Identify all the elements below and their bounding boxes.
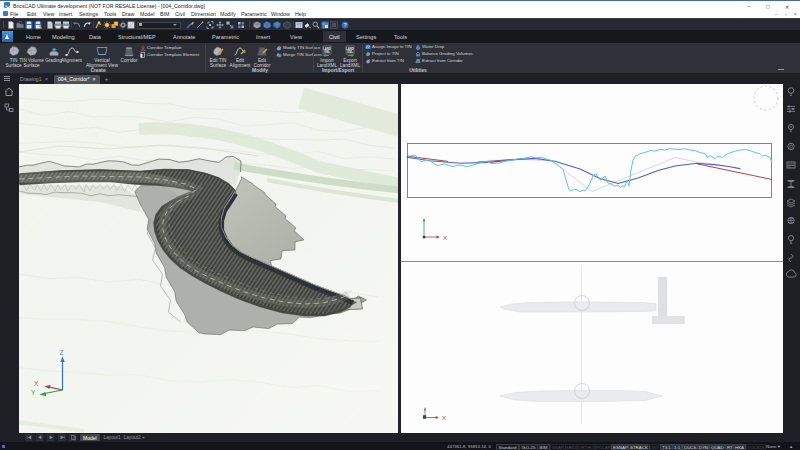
svg-text:X: X [34, 380, 39, 387]
svg-text:X: X [442, 415, 446, 421]
svg-text:Y: Y [31, 389, 36, 396]
svg-text:XML: XML [347, 49, 353, 53]
svg-text:XML: XML [324, 49, 330, 53]
svg-text:X: X [443, 235, 447, 241]
svg-text:?: ? [343, 22, 346, 28]
svg-text:Z: Z [59, 349, 63, 356]
